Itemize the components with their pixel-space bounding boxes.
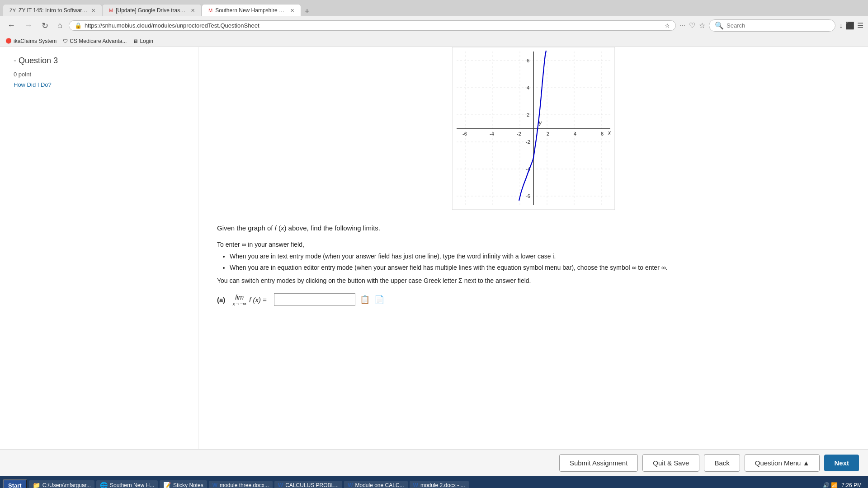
bookmarks-bar: 🔴 ikaClaims System 🛡 CS Medicare Advanta… — [0, 35, 868, 47]
taskbar-label-doc4: module 2.docx - ... — [420, 482, 465, 488]
limit-fx: f (x) = — [249, 296, 267, 304]
bookmark-icon-login: 🖥 — [133, 38, 138, 44]
back-nav-button[interactable]: ← — [5, 20, 18, 31]
part-a-section: (a) lim x→−∞ f (x) = 📋 📄 — [217, 293, 850, 306]
tab-label-zy: ZY IT 145: Intro to Software Develo... — [19, 7, 89, 14]
svg-text:2: 2 — [527, 112, 529, 117]
sigma-switch-button[interactable]: 📄 — [374, 295, 384, 305]
svg-text:-2: -2 — [517, 131, 521, 136]
lim-word: lim — [235, 293, 244, 301]
taskbar-label-sticky: Sticky Notes — [173, 482, 203, 488]
sidebar: - Question 3 0 point How Did I Do? — [0, 47, 199, 449]
quit-save-button[interactable]: Quit & Save — [642, 454, 699, 472]
question-header: - Question 3 — [14, 56, 185, 66]
more-options-button[interactable]: ··· — [679, 22, 685, 30]
svg-text:-6: -6 — [526, 193, 530, 199]
bookmark-login[interactable]: 🖥 Login — [133, 38, 153, 44]
instructions-header: To enter ∞ in your answer field, — [217, 241, 850, 248]
bookmark-cs-medicare[interactable]: 🛡 CS Medicare Advanta... — [63, 38, 127, 44]
taskbar-item-explorer[interactable]: 📁 C:\Users\mfarguar... — [29, 480, 94, 488]
sys-icons: 🔊 📶 — [823, 482, 838, 488]
function-graph: -6 -4 -2 2 4 6 6 4 2 -2 -4 -6 y x — [452, 47, 615, 210]
graph-container: -6 -4 -2 2 4 6 6 4 2 -2 -4 -6 y x — [217, 47, 850, 210]
tab-bar: ZY ZY IT 145: Intro to Software Develo..… — [0, 0, 868, 16]
next-button[interactable]: Next — [824, 455, 859, 471]
star-icon[interactable]: ☆ — [699, 21, 705, 30]
bookmark-ikaclaims[interactable]: 🔴 ikaClaims System — [5, 38, 57, 44]
question-title: Question 3 — [19, 56, 58, 65]
taskbar-label-explorer: C:\Users\mfarguar... — [42, 482, 91, 488]
bookmark-icon-ikaclaims: 🔴 — [5, 38, 12, 44]
lock-icon: 🔒 — [75, 22, 82, 29]
new-tab-button[interactable]: + — [301, 7, 313, 16]
footer: Submit Assignment Quit & Save Back Quest… — [0, 449, 868, 476]
svg-text:4: 4 — [527, 85, 529, 90]
tab-icon-snhu: M — [208, 8, 212, 13]
taskbar-icon-doc4: W — [413, 482, 418, 488]
extension-icon-2[interactable]: ⬛ — [845, 21, 854, 30]
svg-text:x: x — [608, 130, 611, 136]
taskbar-item-doc1[interactable]: W module three.docx... — [209, 481, 273, 488]
taskbar-icon-sticky: 📝 — [163, 482, 171, 488]
equation-editor-button[interactable]: 📋 — [360, 295, 370, 305]
bookmark-label-ikaclaims: ikaClaims System — [14, 38, 57, 44]
nav-bar: ← → ↻ ⌂ 🔒 https://snhu.mobius.cloud/modu… — [0, 16, 868, 35]
tab-gmail[interactable]: M [Update] Google Drive trash item... ✕ — [102, 4, 202, 16]
taskbar-icon-doc3: W — [348, 482, 353, 488]
pocket-icon[interactable]: ♡ — [689, 21, 695, 30]
svg-text:2: 2 — [547, 131, 549, 136]
how-did-link[interactable]: How Did I Do? — [14, 81, 52, 88]
back-button[interactable]: Back — [704, 454, 740, 472]
svg-text:-6: -6 — [462, 131, 467, 136]
points-label: 0 point — [14, 71, 185, 78]
taskbar-time: 7:26 PM — [841, 482, 862, 488]
forward-nav-button[interactable]: → — [22, 20, 35, 31]
bullet-list: When you are in text entry mode (when yo… — [230, 252, 850, 272]
part-a-label: (a) — [217, 296, 225, 304]
submit-assignment-button[interactable]: Submit Assignment — [559, 454, 638, 472]
start-button[interactable]: Start — [3, 479, 27, 488]
home-button[interactable]: ⌂ — [55, 20, 65, 31]
bullet-item-2: When you are in equation editor entry mo… — [230, 263, 850, 272]
question-text: Given the graph of f (x) above, find the… — [217, 223, 850, 234]
browser-action-icons: ↓ ⬛ ☰ — [839, 21, 863, 30]
tab-close-zy[interactable]: ✕ — [91, 8, 95, 14]
taskbar-label-doc1: module three.docx... — [220, 482, 269, 488]
address-bar[interactable]: 🔒 https://snhu.mobius.cloud/modules/unpr… — [69, 20, 676, 31]
taskbar-icon-explorer: 📁 — [33, 482, 40, 488]
tab-close-snhu[interactable]: ✕ — [290, 8, 294, 14]
taskbar-item-doc4[interactable]: W module 2.docx - ... — [410, 481, 469, 488]
extension-icon-1[interactable]: ↓ — [839, 22, 843, 30]
taskbar-label-doc3: Module one CALC... — [355, 482, 404, 488]
taskbar-item-doc2[interactable]: W CALCULUS PROBL... — [274, 481, 342, 488]
question-menu-button[interactable]: Question Menu ▲ — [745, 454, 820, 472]
search-bar[interactable]: 🔍 — [709, 19, 835, 32]
question-dash: - — [14, 56, 19, 65]
taskbar-item-doc3[interactable]: W Module one CALC... — [344, 481, 407, 488]
content-area: -6 -4 -2 2 4 6 6 4 2 -2 -4 -6 y x — [199, 47, 868, 449]
bookmark-label-login: Login — [140, 38, 153, 44]
svg-text:-2: -2 — [526, 139, 530, 145]
tab-zy[interactable]: ZY ZY IT 145: Intro to Software Develo..… — [3, 4, 102, 16]
lim-stack: lim x→−∞ — [232, 293, 246, 306]
tab-close-gmail[interactable]: ✕ — [191, 8, 195, 14]
answer-input-a[interactable] — [274, 293, 355, 306]
lim-subscript: x→−∞ — [232, 301, 246, 306]
bookmark-star-icon[interactable]: ☆ — [665, 22, 670, 29]
taskbar-icon-browser: 🌐 — [100, 482, 108, 488]
search-input[interactable] — [726, 22, 830, 29]
extension-icon-3[interactable]: ☰ — [857, 21, 863, 30]
fx-notation: f — [275, 224, 277, 232]
main-content: - Question 3 0 point How Did I Do? — [0, 47, 868, 449]
x-notation: x — [281, 224, 284, 232]
taskbar-label-browser: Southern New H... — [110, 482, 154, 488]
switch-text: You can switch entry modes by clicking o… — [217, 277, 850, 284]
taskbar-item-sticky[interactable]: 📝 Sticky Notes — [160, 480, 207, 488]
svg-text:6: 6 — [601, 131, 604, 136]
tab-snhu[interactable]: M Southern New Hampshire Univers... ✕ — [202, 4, 301, 16]
taskbar-item-browser[interactable]: 🌐 Southern New H... — [96, 480, 158, 488]
svg-text:4: 4 — [574, 131, 576, 136]
taskbar: Start 📁 C:\Users\mfarguar... 🌐 Southern … — [0, 476, 868, 488]
bookmark-label-cs: CS Medicare Advanta... — [70, 38, 127, 44]
reload-button[interactable]: ↻ — [39, 20, 51, 32]
